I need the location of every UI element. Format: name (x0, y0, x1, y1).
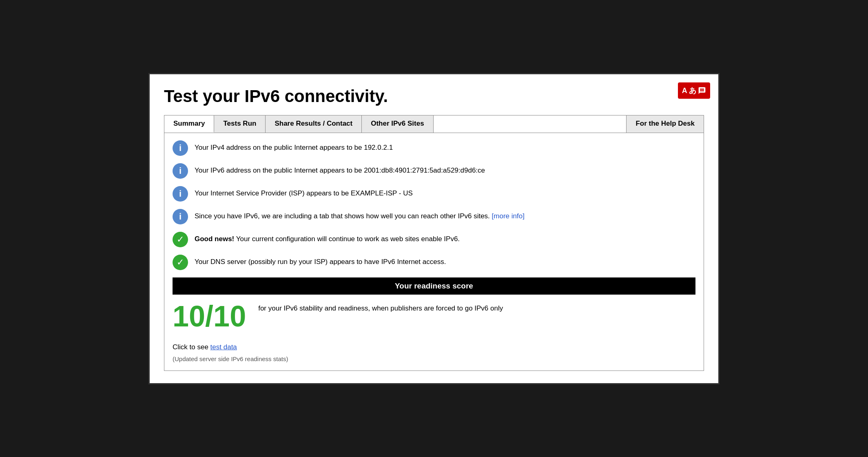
page-title: Test your IPv6 connectivity. (164, 87, 704, 106)
check-row-goodnews: ✓ Good news! Your current configuration … (173, 232, 695, 247)
info-text-ipv4: Your IPv4 address on the public Internet… (195, 140, 393, 153)
translate-svg (698, 87, 706, 95)
tab-tests-run[interactable]: Tests Run (214, 115, 266, 133)
check-icon-1: ✓ (173, 232, 188, 247)
good-news-text: Your current configuration will continue… (234, 235, 460, 243)
score-description: for your IPv6 stability and readiness, w… (258, 299, 503, 313)
tab-help-desk[interactable]: For the Help Desk (626, 115, 704, 133)
test-data-row: Click to see test data (173, 343, 695, 351)
score-bar: Your readiness score (173, 277, 695, 295)
info-icon-1: i (173, 140, 188, 156)
info-row-tab-info: i Since you have IPv6, we are including … (173, 209, 695, 224)
translate-icon[interactable]: A あ (678, 82, 710, 99)
tab-spacer (434, 115, 627, 133)
score-value: 10/10 (173, 299, 246, 331)
test-data-link[interactable]: test data (210, 343, 237, 351)
info-text-ipv6: Your IPv6 address on the public Internet… (195, 163, 485, 175)
main-frame: A あ Test your IPv6 connectivity. Summary… (148, 73, 720, 384)
tab-other-ipv6[interactable]: Other IPv6 Sites (362, 115, 433, 133)
info-text-isp: Your Internet Service Provider (ISP) app… (195, 186, 413, 198)
info-row-ipv6: i Your IPv6 address on the public Intern… (173, 163, 695, 179)
score-section: 10/10 for your IPv6 stability and readin… (173, 299, 695, 331)
tabs-container: Summary Tests Run Share Results / Contac… (164, 115, 704, 133)
translate-icon-label: A あ (682, 86, 696, 95)
check-icon-2: ✓ (173, 255, 188, 270)
info-icon-3: i (173, 186, 188, 202)
updated-note: (Updated server side IPv6 readiness stat… (173, 355, 695, 362)
more-info-link[interactable]: [more info] (492, 212, 525, 220)
check-row-dns: ✓ Your DNS server (possibly run by your … (173, 255, 695, 270)
info-text-tab-info: Since you have IPv6, we are including a … (195, 209, 525, 221)
info-row-ipv4: i Your IPv4 address on the public Intern… (173, 140, 695, 156)
tab-summary[interactable]: Summary (164, 115, 214, 133)
info-row-isp: i Your Internet Service Provider (ISP) a… (173, 186, 695, 202)
good-news-bold: Good news! (195, 235, 234, 243)
test-data-prefix: Click to see (173, 343, 210, 351)
info-icon-2: i (173, 163, 188, 179)
check-text-goodnews: Good news! Your current configuration wi… (195, 232, 460, 244)
tab-share-results[interactable]: Share Results / Contact (266, 115, 362, 133)
check-text-dns: Your DNS server (possibly run by your IS… (195, 255, 446, 267)
content-area: i Your IPv4 address on the public Intern… (164, 133, 704, 371)
info-icon-4: i (173, 209, 188, 224)
